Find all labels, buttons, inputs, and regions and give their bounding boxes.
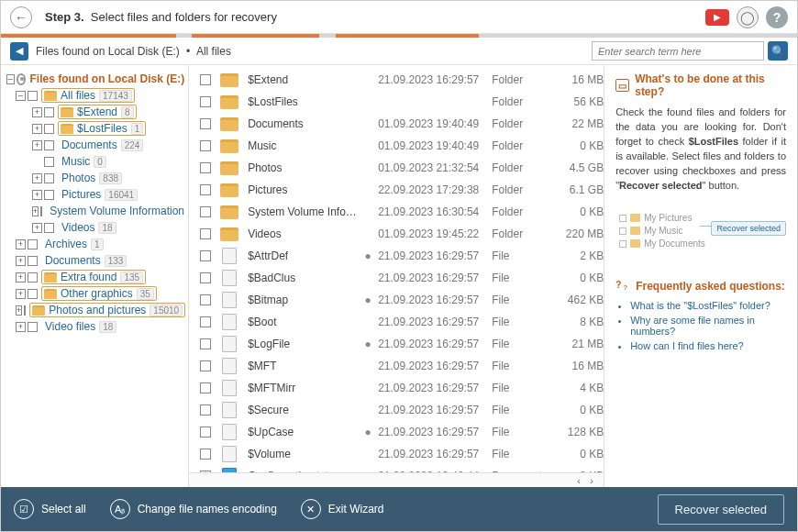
checkbox[interactable]: [200, 118, 211, 129]
tree-item[interactable]: +Documents224: [5, 137, 184, 153]
file-row[interactable]: Photos01.09.2023 21:32:54Folder4.5 GB: [189, 157, 604, 179]
checkbox[interactable]: [200, 250, 211, 261]
file-row[interactable]: $Bitmap●21.09.2023 16:29:57File462 KB: [189, 289, 604, 311]
file-row[interactable]: $MFTMirr21.09.2023 16:29:57File4 KB: [189, 377, 604, 399]
checkbox[interactable]: [24, 305, 26, 316]
search-input[interactable]: [592, 41, 764, 61]
checkbox[interactable]: [200, 206, 211, 217]
checkbox[interactable]: [200, 360, 211, 371]
twist-icon[interactable]: +: [16, 272, 26, 283]
twist-icon[interactable]: +: [32, 173, 42, 183]
tree-category[interactable]: +Extra found135: [5, 269, 184, 285]
file-row[interactable]: $LogFile●21.09.2023 16:29:57File21 MB: [189, 333, 604, 355]
user-icon[interactable]: ◯: [737, 6, 759, 28]
twist-icon[interactable]: +: [16, 239, 26, 249]
scroll-left-icon[interactable]: ‹: [572, 475, 585, 486]
checkbox[interactable]: [200, 427, 211, 438]
twist-icon[interactable]: +: [16, 256, 26, 266]
tree-category[interactable]: +Archives1: [5, 236, 184, 252]
file-row[interactable]: $LostFilesFolder56 KB: [189, 91, 604, 113]
select-all-button[interactable]: ☑ Select all: [14, 499, 86, 519]
tree-category[interactable]: +Video files18: [5, 318, 184, 335]
checkbox[interactable]: [44, 107, 54, 117]
tree-category[interactable]: +Photos and pictures15010: [5, 302, 184, 318]
file-row[interactable]: Pictures22.09.2023 17:29:38Folder6.1 GB: [189, 179, 604, 201]
checkbox[interactable]: [200, 272, 211, 283]
scroll-right-icon[interactable]: ›: [585, 475, 598, 486]
tree-category[interactable]: +Documents133: [5, 252, 184, 269]
tree-item[interactable]: Music0: [5, 153, 184, 170]
twist-icon[interactable]: +: [32, 140, 42, 150]
horizontal-scrollbar[interactable]: ‹ ›: [189, 472, 604, 487]
tree-category[interactable]: +Other graphics35: [5, 285, 184, 302]
file-row[interactable]: Music01.09.2023 19:40:49Folder0 KB: [189, 135, 604, 157]
twist-icon[interactable]: –: [16, 91, 26, 101]
file-row[interactable]: $Boot21.09.2023 16:29:57File8 KB: [189, 311, 604, 333]
checkbox[interactable]: [200, 96, 211, 107]
encoding-button[interactable]: Aᵦ Change file names encoding: [110, 499, 277, 519]
checkbox[interactable]: [200, 294, 211, 305]
file-row[interactable]: $AttrDef●21.09.2023 16:29:57File2 KB: [189, 245, 604, 267]
checkbox[interactable]: [44, 173, 54, 183]
checkbox[interactable]: [28, 256, 38, 266]
checkbox[interactable]: [200, 228, 211, 239]
checkbox[interactable]: [28, 239, 38, 249]
twist-icon[interactable]: +: [32, 206, 39, 216]
checkbox[interactable]: [44, 124, 54, 134]
twist-icon[interactable]: +: [32, 223, 42, 233]
tree-item[interactable]: +$LostFiles1: [5, 120, 184, 137]
checkbox[interactable]: [200, 405, 211, 416]
faq-link[interactable]: How can I find files here?: [630, 340, 786, 351]
checkbox[interactable]: [44, 157, 54, 167]
breadcrumb-back-button[interactable]: ◀: [10, 42, 28, 61]
tree-allfiles[interactable]: – All files 17143: [5, 87, 184, 104]
twist-icon[interactable]: +: [16, 289, 26, 299]
breadcrumb-part[interactable]: Files found on Local Disk (E:): [36, 45, 180, 58]
twist-icon[interactable]: +: [16, 322, 26, 332]
file-row[interactable]: $Extend21.09.2023 16:29:57Folder16 MB: [189, 69, 604, 91]
tree-item[interactable]: +System Volume Information2: [5, 203, 184, 219]
checkbox[interactable]: [200, 184, 211, 195]
checkbox[interactable]: [28, 272, 38, 283]
checkbox[interactable]: [28, 91, 38, 101]
tree-item[interactable]: +Pictures16041: [5, 186, 184, 203]
back-button[interactable]: ←: [10, 6, 32, 28]
twist-icon[interactable]: +: [16, 305, 22, 316]
twist-icon[interactable]: +: [32, 124, 42, 134]
file-row[interactable]: Configuration.txt●01.09.2023 19:40:44Doc…: [189, 465, 604, 472]
checkbox[interactable]: [200, 74, 211, 85]
checkbox[interactable]: [200, 140, 211, 151]
file-row[interactable]: Videos01.09.2023 19:45:22Folder220 MB: [189, 223, 604, 245]
faq-link[interactable]: What is the "$LostFiles" folder?: [630, 300, 786, 311]
breadcrumb-part[interactable]: All files: [196, 45, 231, 58]
exit-wizard-button[interactable]: ✕ Exit Wizard: [301, 499, 384, 519]
file-row[interactable]: $UpCase●21.09.2023 16:29:57File128 KB: [189, 421, 604, 443]
search-button[interactable]: 🔍: [768, 41, 788, 61]
file-row[interactable]: $Secure21.09.2023 16:29:57File0 KB: [189, 399, 604, 421]
checkbox[interactable]: [28, 322, 38, 332]
checkbox[interactable]: [200, 162, 211, 173]
checkbox[interactable]: [200, 316, 211, 327]
checkbox[interactable]: [200, 338, 211, 349]
checkbox[interactable]: [44, 190, 54, 200]
file-row[interactable]: $MFT21.09.2023 16:29:57File16 MB: [189, 355, 604, 377]
help-icon[interactable]: ?: [766, 6, 788, 28]
checkbox[interactable]: [28, 289, 38, 299]
twist-icon[interactable]: [32, 157, 42, 167]
file-row[interactable]: $BadClus21.09.2023 16:29:57File0 KB: [189, 267, 604, 289]
faq-link[interactable]: Why are some file names in numbers?: [630, 315, 786, 337]
tree-item[interactable]: +Videos18: [5, 219, 184, 236]
checkbox[interactable]: [44, 223, 54, 233]
tree-item[interactable]: +$Extend8: [5, 104, 184, 120]
file-row[interactable]: $Volume21.09.2023 16:29:57File0 KB: [189, 443, 604, 465]
recover-selected-button[interactable]: Recover selected: [658, 494, 784, 525]
tree-item[interactable]: +Photos838: [5, 170, 184, 186]
twist-icon[interactable]: +: [32, 190, 42, 200]
checkbox[interactable]: [200, 449, 211, 460]
file-row[interactable]: System Volume Info…21.09.2023 16:30:54Fo…: [189, 201, 604, 223]
twist-icon[interactable]: –: [6, 74, 15, 84]
checkbox[interactable]: [44, 140, 54, 150]
checkbox[interactable]: [40, 206, 42, 216]
file-row[interactable]: Documents01.09.2023 19:40:49Folder22 MB: [189, 113, 604, 135]
youtube-icon[interactable]: ▶: [705, 9, 729, 26]
